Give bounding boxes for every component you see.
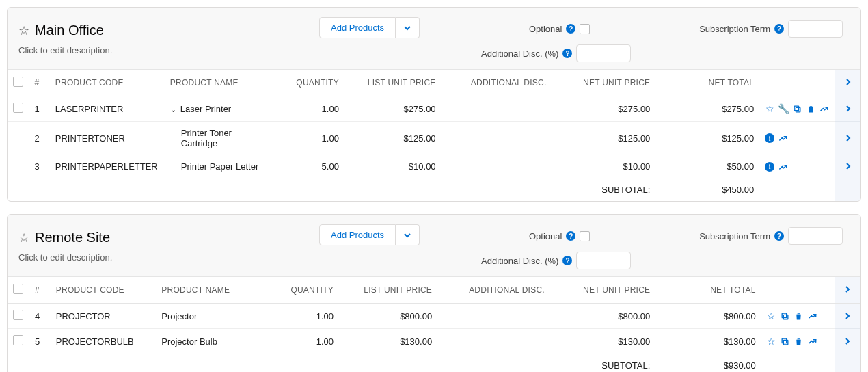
star-icon[interactable]: ☆ [767,336,776,347]
additional-disc[interactable] [437,329,550,354]
trend-icon[interactable] [819,104,829,114]
col-header-nettot: NET TOTAL [655,70,759,96]
row-num: 3 [29,155,49,178]
net-unit-price: $125.00 [552,122,656,155]
help-icon[interactable]: ? [566,231,575,241]
additional-disc[interactable] [437,304,550,329]
line-items-table: # PRODUCT CODE PRODUCT NAME QUANTITY LIS… [8,70,860,201]
group-description[interactable]: Click to edit description. [18,45,319,55]
help-icon[interactable]: ? [566,24,575,34]
optional-checkbox[interactable] [580,24,590,34]
row-expand[interactable] [835,304,860,329]
trend-icon[interactable] [808,336,817,346]
additional-disc-label: Additional Disc. (%) [481,256,558,266]
col-header-nettot: NET TOTAL [655,277,761,304]
row-num: 4 [29,304,51,329]
subtotal-value: $450.00 [655,178,759,202]
col-header-netunit: NET UNIT PRICE [550,277,655,304]
line-items-table: # PRODUCT CODE PRODUCT NAME QUANTITY LIS… [8,277,860,372]
row-checkbox[interactable] [13,335,23,345]
col-header-qty: QUANTITY [275,70,344,96]
collapse-icon[interactable]: ⌄ [170,105,176,114]
trend-icon[interactable] [778,133,788,143]
copy-icon[interactable] [781,312,790,321]
copy-icon[interactable] [792,105,802,114]
product-code: PROJECTOR [51,304,156,329]
quantity[interactable]: 1.00 [269,304,339,329]
net-total: $275.00 [655,96,759,122]
optional-checkbox[interactable] [580,231,590,241]
additional-disc-input[interactable] [576,44,631,62]
product-code: PRINTERPAPERLETTER [50,155,165,178]
product-name: Printer Paper Letter [170,161,258,172]
subtotal-row: SUBTOTAL: $930.00 [8,354,860,373]
info-icon[interactable]: i [765,162,774,172]
trend-icon[interactable] [778,162,788,172]
svg-rect-5 [782,338,787,343]
net-total: $800.00 [655,304,761,329]
col-header-code: PRODUCT CODE [50,70,165,96]
row-expand[interactable] [835,96,860,122]
group-title[interactable]: Remote Site [35,230,110,245]
favorite-star-icon[interactable]: ☆ [18,25,29,37]
add-products-dropdown[interactable] [396,17,420,38]
product-name: Laser Printer [180,104,231,114]
trash-icon[interactable] [806,105,815,114]
select-all-checkbox[interactable] [13,77,23,87]
quantity[interactable]: 1.00 [269,329,339,354]
additional-disc-label: Additional Disc. (%) [481,49,558,59]
help-icon[interactable]: ? [562,256,572,265]
subtotal-label: SUBTOTAL: [552,178,656,202]
table-row: 2 PRINTERTONER Printer Toner Cartridge 1… [8,122,860,155]
quantity[interactable]: 1.00 [275,96,344,122]
trash-icon[interactable] [794,312,804,321]
star-icon[interactable]: ☆ [767,310,776,321]
row-expand[interactable] [835,329,860,354]
list-unit-price: $275.00 [344,96,442,122]
quantity[interactable]: 1.00 [275,122,344,155]
subscription-term-input[interactable] [788,20,843,38]
table-row: 1 LASERPRINTER ⌄Laser Printer 1.00 $275.… [8,96,860,122]
additional-disc[interactable] [442,96,552,122]
additional-disc-input[interactable] [576,252,631,269]
row-expand[interactable] [835,122,860,155]
trash-icon[interactable] [794,337,804,346]
list-unit-price: $125.00 [344,122,442,155]
col-header-qty: QUANTITY [269,277,339,304]
group-title[interactable]: Main Office [35,23,104,38]
subscription-term-input[interactable] [788,227,843,245]
net-total: $130.00 [655,329,761,354]
wrench-icon[interactable]: 🔧 [778,103,788,114]
product-name: Printer Toner Cartridge [170,128,266,148]
group-description[interactable]: Click to edit description. [18,252,319,263]
trend-icon[interactable] [808,311,817,321]
help-icon[interactable]: ? [562,49,572,58]
add-products-button[interactable]: Add Products [319,17,396,38]
col-header-name: PRODUCT NAME [156,277,269,304]
row-expand[interactable] [835,155,860,178]
row-num: 2 [29,122,49,155]
col-header-code: PRODUCT CODE [51,277,156,304]
row-actions: i [765,133,830,143]
add-products-dropdown[interactable] [396,224,420,245]
help-icon[interactable]: ? [774,231,784,241]
info-icon[interactable]: i [765,133,774,143]
additional-disc[interactable] [442,122,552,155]
expand-header[interactable] [835,70,860,96]
expand-header[interactable] [835,277,860,304]
product-name: Projector [161,311,197,321]
copy-icon[interactable] [781,337,790,346]
row-checkbox[interactable] [13,103,23,113]
row-checkbox[interactable] [13,310,23,320]
select-all-checkbox[interactable] [13,284,23,294]
svg-rect-2 [784,315,789,319]
help-icon[interactable]: ? [774,24,784,34]
col-header-num: # [29,70,49,96]
add-products-button[interactable]: Add Products [319,224,396,245]
favorite-star-icon[interactable]: ☆ [18,232,29,244]
additional-disc[interactable] [442,155,552,178]
star-icon[interactable]: ☆ [765,103,774,114]
col-header-disc: ADDITIONAL DISC. [442,70,552,96]
quantity[interactable]: 5.00 [275,155,344,178]
svg-rect-0 [796,107,800,112]
